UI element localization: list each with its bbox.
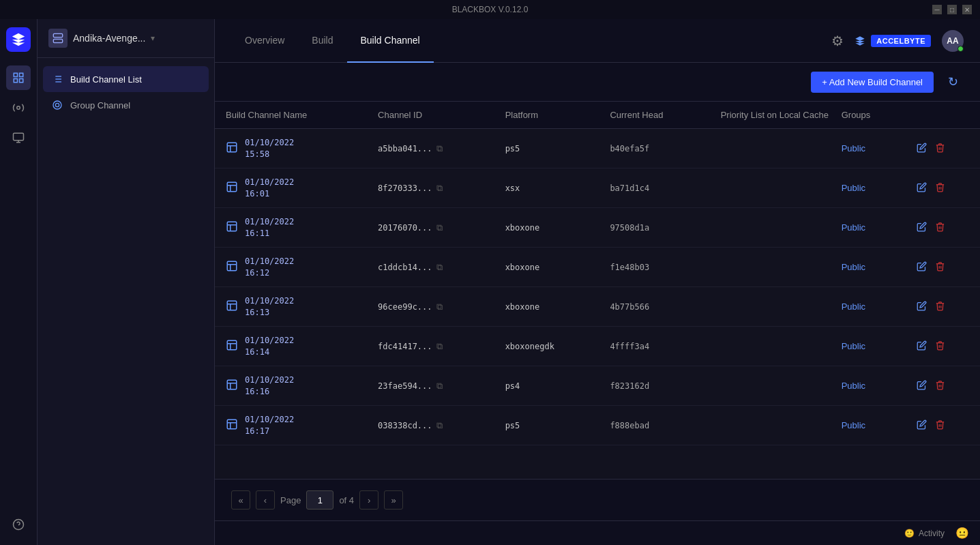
feedback-sad-icon[interactable]: 😐 — [955, 527, 969, 540]
edit-button-7[interactable] — [917, 419, 927, 432]
svg-rect-32 — [227, 301, 237, 310]
edit-button-3[interactable] — [917, 261, 927, 274]
brand-icon — [48, 29, 68, 48]
svg-rect-20 — [227, 143, 237, 152]
copy-channel-id-1[interactable]: ⧉ — [436, 183, 443, 194]
col-groups: Groups — [831, 102, 906, 129]
delete-button-5[interactable] — [935, 340, 945, 353]
row-icon-1 — [226, 181, 238, 196]
add-build-channel-button[interactable]: + Add New Build Channel — [811, 72, 934, 93]
maximize-button[interactable]: □ — [947, 5, 957, 14]
group-channel-icon — [51, 99, 63, 111]
sidebar-icon-build[interactable] — [6, 65, 31, 90]
delete-button-6[interactable] — [935, 380, 945, 392]
first-page-button[interactable]: « — [231, 490, 250, 510]
app-container: Andika-Avenge... ▾ Build Channel List — [0, 19, 980, 545]
sidebar-icon-3[interactable] — [6, 126, 31, 150]
copy-channel-id-3[interactable]: ⧉ — [436, 262, 443, 273]
prev-page-button[interactable]: ‹ — [256, 490, 275, 510]
row-icon-5 — [226, 339, 238, 354]
delete-button-3[interactable] — [935, 261, 945, 274]
svg-rect-3 — [20, 79, 23, 83]
sidebar-item-group-channel[interactable]: Group Channel — [43, 92, 209, 118]
copy-channel-id-5[interactable]: ⧉ — [436, 341, 443, 352]
sidebar-icon-help[interactable] — [6, 512, 31, 537]
last-page-button[interactable]: » — [384, 490, 403, 510]
svg-point-4 — [17, 106, 20, 110]
build-channel-table: Build Channel Name Channel ID Platform C… — [215, 102, 980, 445]
cell-name-4: 01/10/202216:13 — [215, 287, 367, 327]
icon-sidebar — [0, 19, 38, 545]
edit-button-2[interactable] — [917, 222, 927, 234]
online-indicator — [957, 46, 964, 52]
copy-channel-id-6[interactable]: ⧉ — [436, 381, 443, 392]
table-container: Build Channel Name Channel ID Platform C… — [215, 102, 980, 479]
copy-channel-id-4[interactable]: ⧉ — [436, 301, 443, 312]
sidebar-nav: Build Channel List Group Channel — [38, 58, 214, 126]
delete-button-7[interactable] — [935, 419, 945, 432]
cell-actions-4 — [906, 287, 980, 327]
table-row: 01/10/202215:58 a5bba041... ⧉ ps5 b40efa… — [215, 129, 980, 168]
edit-button-6[interactable] — [917, 380, 927, 392]
next-page-button[interactable]: › — [359, 490, 378, 510]
minimize-button[interactable]: ─ — [932, 5, 942, 14]
cell-platform-5: xboxonegdk — [494, 327, 599, 366]
col-channel-id: Channel ID — [367, 102, 494, 129]
cell-platform-1: xsx — [494, 168, 599, 208]
accelbyte-logo: ACCELBYTE — [871, 35, 931, 47]
cell-channel-id-7: 038338cd... ⧉ — [367, 406, 494, 445]
svg-rect-2 — [14, 79, 17, 83]
avatar[interactable]: AA — [942, 30, 964, 52]
row-icon-7 — [226, 418, 238, 433]
sidebar-item-build-channel-list[interactable]: Build Channel List — [43, 66, 209, 92]
row-icon-2 — [226, 220, 238, 235]
cell-current-head-7: f888ebad — [599, 406, 709, 445]
date-text-5: 01/10/202216:14 — [245, 335, 294, 358]
edit-button-5[interactable] — [917, 340, 927, 353]
delete-button-2[interactable] — [935, 222, 945, 234]
cell-current-head-4: 4b77b566 — [599, 287, 709, 327]
cell-actions-1 — [906, 168, 980, 208]
page-input[interactable] — [306, 490, 333, 510]
copy-channel-id-2[interactable]: ⧉ — [436, 222, 443, 233]
edit-button-0[interactable] — [917, 143, 927, 155]
cell-name-7: 01/10/202216:17 — [215, 406, 367, 445]
svg-rect-0 — [14, 73, 17, 76]
close-button[interactable]: ✕ — [962, 5, 972, 14]
cell-current-head-6: f823162d — [599, 366, 709, 406]
tab-build[interactable]: Build — [298, 20, 346, 63]
cell-platform-3: xboxone — [494, 248, 599, 287]
cell-name-3: 01/10/202216:12 — [215, 248, 367, 287]
sidebar-header: Andika-Avenge... ▾ — [38, 19, 214, 58]
activity-button[interactable]: 🙂 Activity — [904, 529, 945, 538]
brand-chevron-icon[interactable]: ▾ — [151, 33, 155, 43]
delete-button-1[interactable] — [935, 182, 945, 194]
svg-rect-26 — [227, 222, 237, 231]
svg-rect-35 — [227, 340, 237, 350]
cell-platform-4: xboxone — [494, 287, 599, 327]
title-bar: BLACKBOX V.0.12.0 ─ □ ✕ — [0, 0, 980, 19]
tab-build-channel[interactable]: Build Channel — [347, 20, 434, 63]
copy-channel-id-0[interactable]: ⧉ — [436, 143, 443, 154]
cell-groups-1: Public — [831, 168, 906, 208]
refresh-button[interactable]: ↻ — [942, 71, 964, 93]
cell-platform-6: ps4 — [494, 366, 599, 406]
tab-overview[interactable]: Overview — [231, 20, 298, 63]
sidebar-icon-2[interactable] — [6, 95, 31, 120]
delete-button-0[interactable] — [935, 143, 945, 155]
delete-button-4[interactable] — [935, 301, 945, 313]
settings-icon[interactable]: ⚙ — [831, 33, 844, 49]
cell-channel-id-6: 23fae594... ⧉ — [367, 366, 494, 406]
edit-button-4[interactable] — [917, 301, 927, 313]
svg-rect-41 — [227, 419, 237, 429]
refresh-icon: ↻ — [948, 74, 958, 89]
cell-priority-6 — [710, 366, 831, 406]
table-row: 01/10/202216:11 20176070... ⧉ xboxone 97… — [215, 208, 980, 248]
cell-current-head-2: 97508d1a — [599, 208, 709, 248]
cell-priority-4 — [710, 287, 831, 327]
row-icon-6 — [226, 379, 238, 394]
content-area: + Add New Build Channel ↻ Build Channel … — [215, 63, 980, 520]
table-row: 01/10/202216:13 96cee99c... ⧉ xboxone 4b… — [215, 287, 980, 327]
edit-button-1[interactable] — [917, 182, 927, 194]
copy-channel-id-7[interactable]: ⧉ — [436, 420, 443, 431]
